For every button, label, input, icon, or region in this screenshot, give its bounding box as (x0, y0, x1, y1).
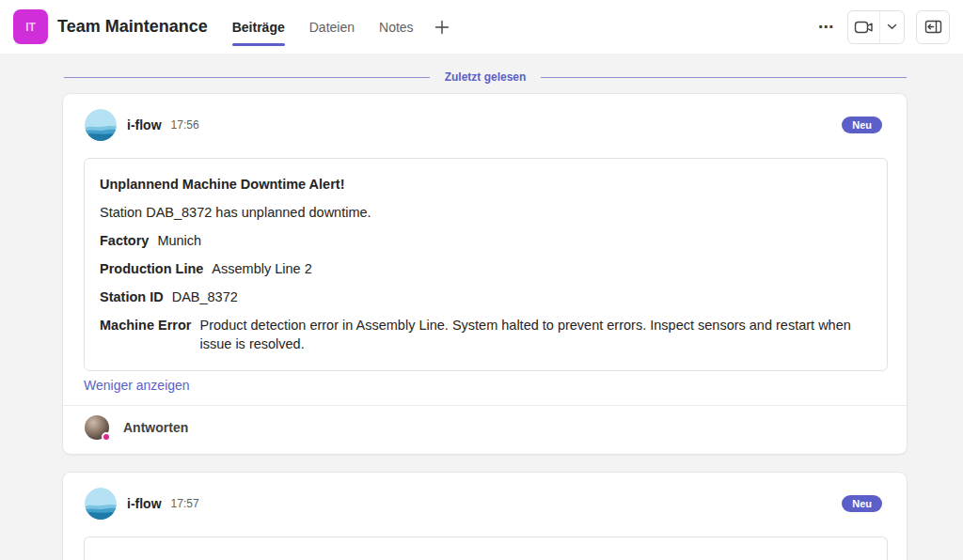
channel-header: IT Team Maintenance Beiträge Dateien Not… (0, 0, 963, 54)
field-value: Munich (157, 231, 872, 250)
team-avatar[interactable]: IT (13, 9, 48, 44)
new-badge: Neu (842, 495, 882, 512)
field-label: Factory (100, 231, 149, 250)
tab-beitraege[interactable]: Beiträge (232, 0, 285, 54)
field-label: Production Line (100, 259, 203, 278)
field-production-line: Production Line Assembly Line 2 (100, 259, 872, 278)
message-timestamp: 17:56 (171, 118, 199, 132)
message-card-2: i-flow 17:57 Neu (62, 472, 908, 560)
add-tab-button[interactable] (434, 20, 450, 35)
field-value: DAB_8372 (172, 288, 872, 306)
tab-dateien-label: Dateien (309, 20, 355, 35)
field-station-id: Station ID DAB_8372 (100, 288, 872, 306)
message-header: i-flow 17:56 Neu (63, 94, 907, 141)
tab-beitraege-label: Beiträge (232, 20, 285, 35)
field-machine-error: Machine Error Product detection error in… (100, 316, 872, 353)
alert-content-card: Unplannend Machine Downtime Alert! Stati… (84, 158, 888, 371)
message-timestamp: 17:57 (171, 497, 199, 510)
status-dot (102, 432, 111, 442)
author-name[interactable]: i-flow (127, 496, 162, 511)
field-label: Machine Error (100, 316, 192, 353)
iflow-avatar[interactable] (85, 488, 117, 520)
message-card-1: i-flow 17:56 Neu Unplannend Machine Down… (62, 93, 908, 455)
reply-button[interactable]: Antworten (123, 420, 188, 435)
video-camera-icon (854, 20, 875, 35)
tab-notes-label: Notes (379, 20, 414, 35)
ellipsis-icon: ⋯ (818, 19, 834, 35)
field-label: Station ID (100, 288, 164, 306)
panel-expand-icon (924, 20, 942, 34)
plus-icon (434, 20, 450, 35)
last-read-divider: Zuletzt gelesen (64, 70, 907, 84)
wave-logo-icon (85, 488, 117, 520)
field-value: Assembly Line 2 (212, 259, 872, 278)
divider-line-right (541, 77, 907, 78)
meet-now-split-button (847, 10, 905, 44)
open-side-panel-button[interactable] (916, 10, 950, 44)
alert-title: Unplannend Machine Downtime Alert! (100, 175, 872, 194)
channel-tabs: Beiträge Dateien Notes (232, 0, 414, 54)
header-actions: ⋯ (816, 10, 950, 44)
more-options-button[interactable]: ⋯ (816, 14, 836, 39)
show-less-link[interactable]: Weniger anzeigen (84, 378, 190, 393)
tab-dateien[interactable]: Dateien (309, 0, 355, 54)
alert-subtitle: Station DAB_8372 has unplanned downtime. (100, 203, 872, 222)
author-name[interactable]: i-flow (127, 117, 162, 132)
reply-section: Antworten (63, 405, 907, 454)
tab-notes[interactable]: Notes (379, 0, 414, 54)
meet-options-dropdown[interactable] (879, 11, 904, 43)
alert-content-card-clipped (84, 537, 888, 560)
iflow-avatar[interactable] (85, 109, 117, 141)
divider-line-left (64, 77, 430, 78)
page-title: Team Maintenance (57, 17, 208, 37)
meet-now-button[interactable] (848, 11, 879, 43)
last-read-label: Zuletzt gelesen (445, 70, 527, 84)
posts-feed: Zuletzt gelesen i-flow 17:56 Neu (0, 70, 963, 560)
field-factory: Factory Munich (100, 231, 872, 250)
team-avatar-initials: IT (25, 21, 36, 34)
new-badge: Neu (842, 117, 882, 133)
reply-user-avatar (85, 415, 109, 440)
wave-logo-icon (85, 109, 117, 141)
active-tab-underline (232, 43, 285, 46)
field-value: Product detection error in Assembly Line… (200, 316, 873, 353)
chevron-down-icon (887, 23, 897, 30)
message-header: i-flow 17:57 Neu (63, 473, 907, 520)
